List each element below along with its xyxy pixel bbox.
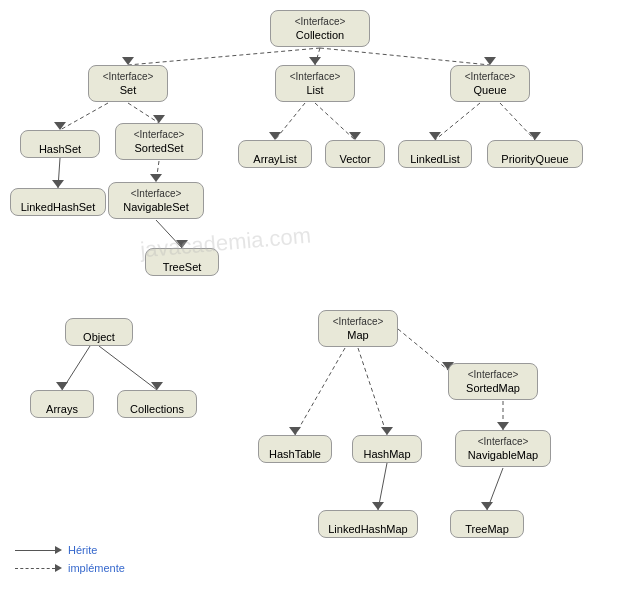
svg-marker-29 [54,122,66,130]
label-treeset: TreeSet [154,253,210,281]
label-list: List [284,83,346,97]
svg-marker-20 [56,382,68,390]
node-map: <Interface> Map [318,310,398,347]
svg-marker-26 [122,57,134,65]
legend-inherits: Hérite [15,544,125,556]
svg-marker-25 [481,502,493,510]
svg-line-11 [500,103,535,140]
inherits-label: Hérite [68,544,97,556]
node-hashmap: HashMap [352,435,422,463]
svg-marker-28 [484,57,496,65]
label-treemap: TreeMap [459,515,515,543]
label-linkedlist: LinkedList [407,145,463,173]
node-arrays: Arrays [30,390,94,418]
stereotype-collection: <Interface> [279,15,361,28]
node-navigablemap: <Interface> NavigableMap [455,430,551,467]
node-hashset: HashSet [20,130,100,158]
stereotype-list: <Interface> [284,70,346,83]
stereotype-navigablemap: <Interface> [464,435,542,448]
svg-marker-31 [150,174,162,182]
label-hashset: HashSet [29,135,91,163]
label-navigableset: NavigableSet [117,200,195,214]
node-priorityqueue: PriorityQueue [487,140,583,168]
svg-marker-27 [309,57,321,65]
node-treemap: TreeMap [450,510,524,538]
label-hashmap: HashMap [361,440,413,468]
svg-line-16 [358,348,387,435]
label-sortedset: SortedSet [124,141,194,155]
label-hashtable: HashTable [267,440,323,468]
svg-line-15 [295,348,345,435]
node-linkedlist: LinkedList [398,140,472,168]
svg-marker-32 [269,132,281,140]
svg-line-18 [378,463,387,510]
label-arraylist: ArrayList [247,145,303,173]
label-collection: Collection [279,28,361,42]
label-navigablemap: NavigableMap [464,448,542,462]
svg-marker-21 [151,382,163,390]
svg-marker-33 [349,132,361,140]
label-queue: Queue [459,83,521,97]
label-arrays: Arrays [39,395,85,423]
stereotype-sortedset: <Interface> [124,128,194,141]
label-linkedhashset: LinkedHashSet [19,193,97,221]
svg-marker-37 [289,427,301,435]
node-hashtable: HashTable [258,435,332,463]
svg-marker-34 [429,132,441,140]
node-vector: Vector [325,140,385,168]
svg-marker-35 [529,132,541,140]
stereotype-queue: <Interface> [459,70,521,83]
node-linkedhashmap: LinkedHashMap [318,510,418,538]
label-sortedmap: SortedMap [457,381,529,395]
label-map: Map [327,328,389,342]
svg-line-0 [128,48,320,65]
diagram: <Interface> Collection <Interface> Set <… [0,0,640,600]
node-collection: <Interface> Collection [270,10,370,47]
node-queue: <Interface> Queue [450,65,530,102]
label-vector: Vector [334,145,376,173]
stereotype-map: <Interface> [327,315,389,328]
node-set: <Interface> Set [88,65,168,102]
node-arraylist: ArrayList [238,140,312,168]
node-navigableset: <Interface> NavigableSet [108,182,204,219]
svg-marker-38 [381,427,393,435]
svg-line-7 [156,220,182,248]
svg-line-8 [275,103,305,140]
node-linkedhashset: LinkedHashSet [10,188,106,216]
implements-label: implémente [68,562,125,574]
stereotype-set: <Interface> [97,70,159,83]
svg-marker-39 [497,422,509,430]
svg-line-14 [398,329,448,370]
svg-marker-23 [176,240,188,248]
label-collections: Collections [126,395,188,423]
svg-line-10 [435,103,480,140]
svg-line-12 [62,346,90,390]
node-collections: Collections [117,390,197,418]
node-list: <Interface> List [275,65,355,102]
stereotype-sortedmap: <Interface> [457,368,529,381]
svg-line-1 [315,48,320,65]
svg-line-4 [128,103,159,123]
svg-line-3 [60,103,108,130]
svg-marker-24 [372,502,384,510]
svg-line-9 [315,103,355,140]
legend: Hérite implémente [15,544,125,580]
svg-line-2 [320,48,490,65]
stereotype-navigableset: <Interface> [117,187,195,200]
node-treeset: TreeSet [145,248,219,276]
node-object: Object [65,318,133,346]
label-set: Set [97,83,159,97]
node-sortedmap: <Interface> SortedMap [448,363,538,400]
node-sortedset: <Interface> SortedSet [115,123,203,160]
label-priorityqueue: PriorityQueue [496,145,574,173]
svg-line-13 [99,346,157,390]
svg-line-6 [156,161,159,182]
svg-marker-22 [52,180,64,188]
legend-implements: implémente [15,562,125,574]
svg-line-19 [487,468,503,510]
label-object: Object [74,323,124,351]
svg-marker-30 [153,115,165,123]
label-linkedhashmap: LinkedHashMap [327,515,409,543]
